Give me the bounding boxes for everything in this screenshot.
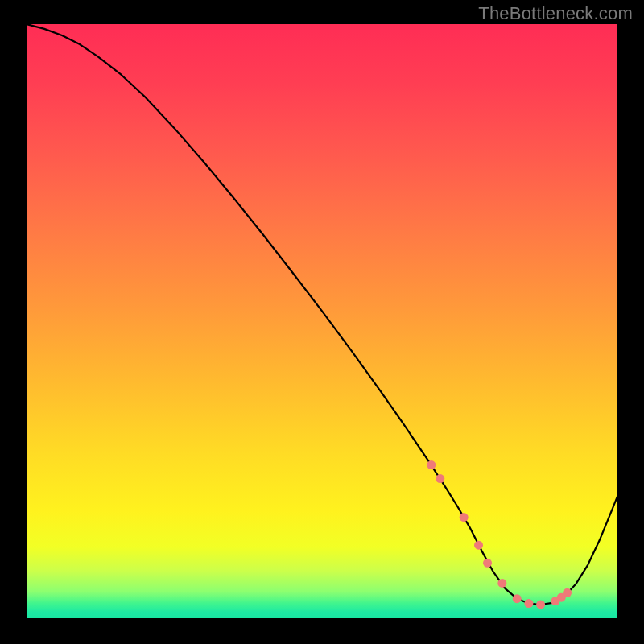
data-marker [497,579,506,588]
data-marker [427,460,436,469]
data-marker [460,513,469,522]
bottleneck-chart [27,24,617,618]
data-marker [436,474,444,483]
data-marker [563,588,572,597]
data-marker [524,599,533,608]
data-marker [474,541,483,550]
data-marker [536,601,545,609]
gradient-background [27,24,617,618]
data-marker [513,594,522,603]
attribution-text: TheBottleneck.com [478,3,633,24]
data-marker [483,559,492,568]
